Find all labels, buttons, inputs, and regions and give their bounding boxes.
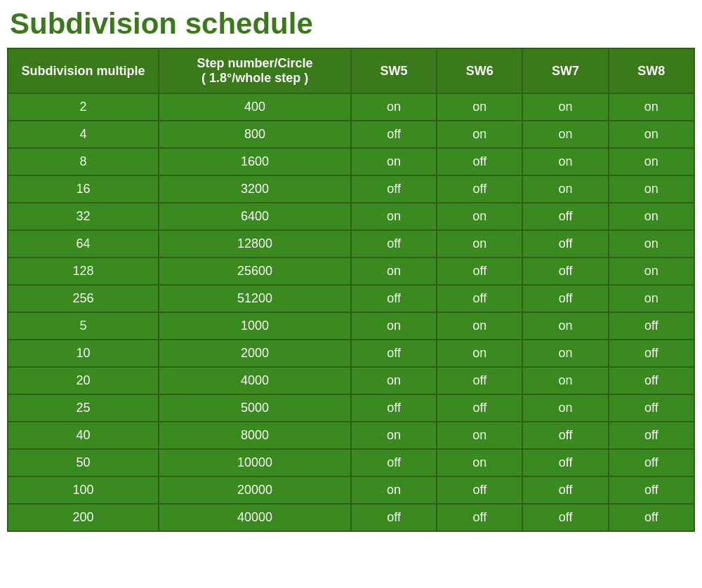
- cell-sw7: on: [522, 148, 608, 175]
- cell-steps: 800: [159, 121, 351, 148]
- cell-steps: 40000: [159, 504, 351, 531]
- cell-sw6: off: [437, 175, 522, 203]
- cell-multiple: 2: [8, 93, 159, 121]
- cell-sw5: off: [351, 394, 437, 422]
- cell-sw7: on: [522, 93, 608, 121]
- cell-sw6: on: [437, 203, 522, 230]
- cell-steps: 4000: [159, 367, 351, 394]
- cell-multiple: 4: [8, 121, 159, 148]
- table-row: 204000onoffonoff: [8, 367, 694, 394]
- cell-sw6: on: [437, 340, 522, 367]
- cell-sw7: off: [522, 285, 608, 312]
- col-header-sw8: SW8: [609, 48, 694, 93]
- cell-sw8: off: [609, 312, 694, 340]
- cell-sw8: on: [609, 258, 694, 285]
- cell-multiple: 5: [8, 312, 159, 340]
- cell-sw5: on: [351, 148, 437, 175]
- cell-sw8: on: [609, 175, 694, 203]
- cell-multiple: 20: [8, 367, 159, 394]
- cell-sw8: off: [609, 394, 694, 422]
- cell-steps: 51200: [159, 285, 351, 312]
- cell-sw7: on: [522, 121, 608, 148]
- cell-multiple: 40: [8, 422, 159, 449]
- cell-steps: 25600: [159, 258, 351, 285]
- table-row: 326400ononoffon: [8, 203, 694, 230]
- cell-steps: 10000: [159, 449, 351, 476]
- cell-steps: 12800: [159, 230, 351, 258]
- table-row: 12825600onoffoffon: [8, 258, 694, 285]
- table-row: 102000offononoff: [8, 340, 694, 367]
- cell-steps: 3200: [159, 175, 351, 203]
- cell-sw8: off: [609, 367, 694, 394]
- cell-sw6: off: [437, 476, 522, 504]
- cell-sw7: on: [522, 367, 608, 394]
- cell-multiple: 256: [8, 285, 159, 312]
- cell-sw5: off: [351, 285, 437, 312]
- cell-sw7: on: [522, 312, 608, 340]
- cell-multiple: 10: [8, 340, 159, 367]
- cell-sw7: on: [522, 175, 608, 203]
- cell-sw8: on: [609, 148, 694, 175]
- cell-sw5: on: [351, 203, 437, 230]
- cell-steps: 1600: [159, 148, 351, 175]
- cell-multiple: 50: [8, 449, 159, 476]
- table-row: 2400onononon: [8, 93, 694, 121]
- cell-sw6: off: [437, 258, 522, 285]
- cell-multiple: 25: [8, 394, 159, 422]
- cell-sw6: off: [437, 148, 522, 175]
- cell-steps: 20000: [159, 476, 351, 504]
- table-row: 10020000onoffoffoff: [8, 476, 694, 504]
- table-row: 25651200offoffoffon: [8, 285, 694, 312]
- cell-sw5: on: [351, 422, 437, 449]
- cell-sw8: on: [609, 285, 694, 312]
- cell-sw6: off: [437, 394, 522, 422]
- table-row: 5010000offonoffoff: [8, 449, 694, 476]
- cell-sw5: on: [351, 258, 437, 285]
- cell-multiple: 32: [8, 203, 159, 230]
- table-row: 163200offoffonon: [8, 175, 694, 203]
- cell-sw5: on: [351, 367, 437, 394]
- cell-sw5: off: [351, 449, 437, 476]
- cell-steps: 5000: [159, 394, 351, 422]
- cell-sw7: on: [522, 394, 608, 422]
- cell-sw8: off: [609, 422, 694, 449]
- cell-sw7: off: [522, 203, 608, 230]
- cell-sw6: off: [437, 504, 522, 531]
- table-row: 4800offononon: [8, 121, 694, 148]
- cell-sw5: off: [351, 175, 437, 203]
- cell-sw6: on: [437, 422, 522, 449]
- cell-steps: 400: [159, 93, 351, 121]
- table-row: 20040000offoffoffoff: [8, 504, 694, 531]
- col-header-sw6: SW6: [437, 48, 522, 93]
- table-row: 408000ononoffoff: [8, 422, 694, 449]
- col-header-multiple: Subdivision multiple: [8, 48, 159, 93]
- table-row: 255000offoffonoff: [8, 394, 694, 422]
- cell-sw6: on: [437, 121, 522, 148]
- cell-sw5: off: [351, 504, 437, 531]
- cell-sw5: off: [351, 230, 437, 258]
- cell-sw8: on: [609, 230, 694, 258]
- cell-sw7: off: [522, 476, 608, 504]
- cell-sw7: off: [522, 230, 608, 258]
- cell-sw6: on: [437, 93, 522, 121]
- cell-sw5: off: [351, 121, 437, 148]
- cell-sw8: on: [609, 203, 694, 230]
- cell-sw8: off: [609, 476, 694, 504]
- cell-steps: 8000: [159, 422, 351, 449]
- cell-sw8: on: [609, 121, 694, 148]
- col-header-steps: Step number/Circle( 1.8°/whole step ): [159, 48, 351, 93]
- table-row: 51000onononoff: [8, 312, 694, 340]
- cell-sw5: off: [351, 340, 437, 367]
- cell-sw5: on: [351, 93, 437, 121]
- cell-sw6: off: [437, 367, 522, 394]
- cell-steps: 1000: [159, 312, 351, 340]
- cell-sw8: off: [609, 449, 694, 476]
- cell-multiple: 16: [8, 175, 159, 203]
- cell-sw7: off: [522, 422, 608, 449]
- cell-sw5: on: [351, 476, 437, 504]
- cell-steps: 6400: [159, 203, 351, 230]
- table-row: 6412800offonoffon: [8, 230, 694, 258]
- cell-steps: 2000: [159, 340, 351, 367]
- cell-sw6: off: [437, 285, 522, 312]
- cell-sw8: on: [609, 93, 694, 121]
